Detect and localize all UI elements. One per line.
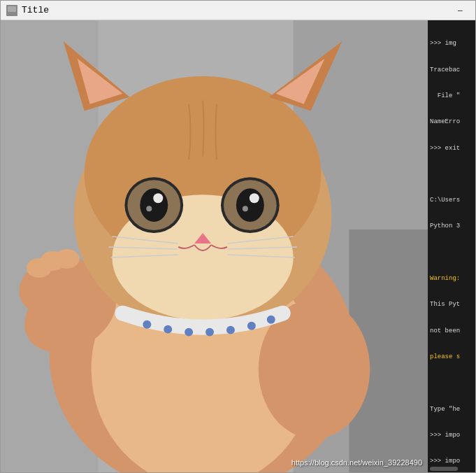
- svg-point-30: [250, 193, 259, 203]
- svg-point-39: [164, 325, 172, 334]
- window-icon: [6, 5, 17, 16]
- console-line-14: Type "he: [430, 405, 473, 414]
- console-line-12: please s: [430, 353, 473, 361]
- svg-point-43: [247, 322, 256, 330]
- svg-point-44: [267, 316, 275, 324]
- console-line-15: >>> impo: [430, 431, 473, 439]
- window-title: Title: [22, 5, 450, 15]
- console-panel: >>> img Tracebac File " NameErro >>> exi…: [428, 20, 475, 472]
- console-output: >>> img Tracebac File " NameErro >>> exi…: [430, 22, 473, 465]
- console-line-9: Warning:: [430, 274, 473, 283]
- svg-point-38: [143, 320, 151, 329]
- console-line-10: This Pyt: [430, 300, 473, 309]
- console-line-5: [430, 170, 473, 178]
- svg-point-25: [153, 193, 163, 203]
- svg-point-42: [226, 326, 235, 334]
- main-window: Title −: [0, 0, 476, 473]
- svg-point-12: [55, 249, 80, 269]
- svg-rect-1: [8, 6, 16, 12]
- svg-point-29: [236, 188, 264, 222]
- console-line-11: not been: [430, 327, 473, 335]
- console-line-4: >>> exit: [430, 144, 473, 153]
- svg-point-26: [146, 206, 152, 211]
- console-line-0: >>> img: [430, 39, 473, 48]
- console-line-1: Tracebac: [430, 66, 473, 74]
- titlebar-buttons: −: [450, 3, 470, 17]
- console-line-8: [430, 248, 473, 257]
- console-line-16: >>> impo: [430, 457, 473, 465]
- console-scrollbar[interactable]: [430, 467, 458, 471]
- cat-image: [1, 20, 428, 472]
- console-line-2: File ": [430, 92, 473, 100]
- console-line-13: [430, 379, 473, 387]
- content-area: https://blog.csdn.net/weixin_39228490 >>…: [1, 20, 475, 472]
- console-line-6: C:\Users: [430, 196, 473, 204]
- image-panel: https://blog.csdn.net/weixin_39228490: [1, 20, 428, 472]
- minimize-button[interactable]: −: [450, 3, 470, 17]
- watermark: https://blog.csdn.net/weixin_39228490: [291, 458, 422, 467]
- svg-point-41: [205, 328, 214, 337]
- titlebar: Title −: [1, 1, 475, 20]
- svg-point-31: [243, 206, 248, 211]
- console-line-3: NameErro: [430, 118, 473, 126]
- svg-point-40: [185, 328, 193, 337]
- console-line-7: Python 3: [430, 222, 473, 230]
- svg-point-24: [140, 188, 168, 222]
